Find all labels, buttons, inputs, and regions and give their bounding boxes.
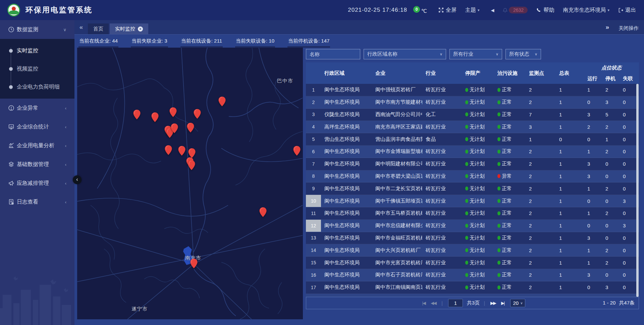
map-pin-icon[interactable] (187, 123, 194, 133)
cell-facility-status-label: 正常 (502, 111, 512, 118)
cell-limit-status-label: 无计划 (470, 185, 485, 192)
notifications-button[interactable]: 2632 (503, 7, 528, 13)
tabs-scroll-left-icon[interactable]: « (74, 23, 88, 34)
table-row[interactable]: 7阆中生态环境局阆中明阳建材有限公司砖瓦行业无计划正常21300 (306, 158, 639, 170)
status-select[interactable]: 所有状态 ∨ (505, 49, 541, 59)
map-pin-icon[interactable] (188, 160, 195, 170)
cell-stopped: 0 (602, 195, 620, 207)
sidebar-item-3[interactable]: 企业用电量分析‹ (0, 136, 74, 155)
next-page-button[interactable]: ▶▶ (490, 301, 496, 306)
submenu-item-1[interactable]: 视频监控 (0, 60, 74, 78)
map-pin-icon[interactable] (190, 259, 198, 269)
industry-select[interactable]: 所有行业 ∨ (449, 49, 502, 59)
cell-company: 阆中市五马桥页岩机砖 (372, 207, 422, 219)
map-pin-icon[interactable] (293, 146, 301, 156)
first-page-button[interactable]: |◀ (422, 301, 425, 306)
sidebar-item-5[interactable]: 应急减排管理‹ (0, 174, 74, 193)
table-row[interactable]: 17阆中生态环境局阆中市江南镇阆南页岩砖瓦行业无计划正常21030 (306, 281, 639, 294)
cell-region: 阆中生态环境局 (321, 195, 372, 207)
submenu-item-0[interactable]: 实时监控 (0, 42, 74, 60)
sidebar-collapse-toggle[interactable]: ‹ (73, 175, 82, 184)
cell-facility-status-label: 正常 (502, 136, 512, 143)
cell-total-meters: 0 (556, 133, 584, 145)
volume-mute-icon[interactable]: ◀ (491, 8, 494, 13)
cell-company: 阆中大兴页岩机砖厂 (372, 244, 422, 256)
table-row[interactable]: 4高坪生态环境局南充市高坪区王家店建砖瓦行业无计划正常31220 (306, 121, 639, 133)
logout-button[interactable]: 退出 (618, 7, 636, 14)
table-row[interactable]: 1阆中生态环境局阆中强锐页岩砖厂砖瓦行业无计划正常21120 (306, 84, 639, 96)
cell-stopped: 0 (602, 269, 620, 281)
sidebar-item-4[interactable]: 基础数据管理‹ (0, 155, 74, 174)
sidebar-item-label: 企业用电量分析 (17, 142, 54, 149)
map-panel[interactable]: 巴中市南充市遂宁市 (77, 48, 303, 319)
close-operations-button[interactable]: 关闭操作 (619, 25, 639, 32)
sidebar-submenu: 实时监控视频监控企业电力负荷明细 (0, 39, 74, 99)
name-search-input[interactable] (306, 49, 360, 59)
cell-region: 营山生态环境局 (321, 133, 372, 145)
tab-realtime-monitor[interactable]: 实时监控 × (110, 23, 148, 34)
table-row[interactable]: 16阆中生态环境局阆中市石子页岩机砖厂砖瓦行业无计划正常21300 (306, 269, 639, 281)
cell-industry: 砖瓦行业 (422, 281, 462, 293)
region-select[interactable]: 行政区域名称 ∨ (364, 49, 446, 59)
cell-facility-status: 正常 (494, 257, 526, 269)
sidebar-item-6[interactable]: 日志查看‹ (0, 193, 74, 211)
page-number-input[interactable]: 1 (448, 299, 463, 307)
table-row[interactable]: 14阆中生态环境局阆中大兴页岩机砖厂砖瓦行业无计划正常21120 (306, 244, 639, 257)
status-dot-icon (465, 248, 468, 252)
map-pin-icon[interactable] (218, 97, 226, 107)
cell-industry: 砖瓦行业 (422, 207, 462, 219)
table-row[interactable]: 10阆中生态环境局阆中千佛镇五郎垭页岩砖瓦行业无计划正常21003 (306, 195, 639, 207)
cell-limit-status: 无计划 (462, 232, 494, 244)
cell-facility-status: 正常 (494, 182, 526, 195)
map-pin-icon[interactable] (171, 123, 178, 133)
table-row[interactable]: 11阆中生态环境局阆中市五马桥页岩机砖砖瓦行业无计划正常21120 (306, 207, 639, 220)
table-row[interactable]: 3仪陇生态环境局西南油气田分公司川中化工无计划正常71350 (306, 109, 639, 121)
fullscreen-button[interactable]: 全屏 (438, 7, 457, 14)
table-row[interactable]: 13阆中生态环境局阆中市金福旺页岩机砖砖瓦行业无计划正常21300 (306, 232, 639, 245)
sidebar-item-1[interactable]: 企业异常‹ (0, 99, 74, 117)
table-row[interactable]: 6阆中生态环境局阆中市金博瑞新型墙材砖瓦行业无计划正常21120 (306, 146, 639, 158)
close-tab-icon[interactable]: × (138, 26, 143, 32)
cell-industry: 砖瓦行业 (422, 232, 462, 244)
page-size-select[interactable]: 20 ∨ (510, 299, 525, 307)
table-row[interactable]: 18南部生态环境局南部县砖华山河有限公建材加工无计划正常60060 (306, 294, 639, 297)
tabs-scroll-right-icon[interactable]: » (605, 23, 609, 34)
map-pin-icon[interactable] (133, 110, 141, 120)
map-pin-icon[interactable] (188, 148, 196, 158)
submenu-item-2[interactable]: 企业电力负荷明细 (0, 78, 74, 96)
map-pin-icon[interactable] (151, 112, 159, 122)
sidebar-item-0[interactable]: 数据监测∨ (0, 20, 74, 39)
table-row[interactable]: 15阆中生态环境局阆中市光富页岩机砖厂砖瓦行业无计划正常21120 (306, 257, 639, 269)
cell-total-meters: 1 (556, 269, 584, 281)
cell-running: 1 (584, 257, 602, 269)
chevron-down-icon: ∨ (63, 27, 66, 32)
tab-home[interactable]: 首页 (88, 23, 109, 34)
table-scrollbar[interactable] (636, 84, 639, 297)
status-dot-icon (465, 236, 468, 240)
last-page-button[interactable]: ▶| (501, 301, 504, 306)
map-pin-icon[interactable] (165, 145, 172, 155)
status-dot-icon (497, 125, 500, 129)
table-row[interactable]: 12阆中生态环境局阆中市忠信建材有限公砖瓦行业无计划正常21003 (306, 220, 639, 232)
row-index: 16 (306, 269, 321, 281)
cell-facility-status: 正常 (494, 195, 526, 207)
table-row[interactable]: 2阆中生态环境局阆中市南方节能建材有砖瓦行业无计划正常21030 (306, 96, 639, 109)
help-button[interactable]: 帮助 (536, 7, 554, 14)
status-dot-icon (465, 137, 468, 141)
map-pin-icon[interactable] (259, 207, 267, 217)
map-pin-icon[interactable] (169, 107, 177, 117)
cell-industry: 砖瓦行业 (422, 170, 462, 182)
cell-industry: 砖瓦行业 (422, 269, 462, 281)
table-row[interactable]: 8阆中生态环境局阆中市枣碧大梁山页岩砖瓦行业无计划异常21300 (306, 170, 639, 183)
stat-item: 当前失联企业: 3 (131, 38, 168, 48)
sidebar-item-2[interactable]: 企业综合统计‹ (0, 117, 74, 136)
map-pin-icon[interactable] (178, 146, 185, 156)
theme-dropdown[interactable]: 主题 ▾ (465, 7, 480, 14)
prev-page-button[interactable]: ◀◀ (431, 301, 436, 306)
table-row[interactable]: 9阆中生态环境局阆中市二龙长宝页岩砖砖瓦行业无计划正常21120 (306, 182, 639, 195)
table-row[interactable]: 5营山生态环境局营山县润丰肉食品有限食品无计划正常10010 (306, 133, 639, 146)
cell-facility-status: 正常 (494, 232, 526, 244)
org-dropdown[interactable]: 南充市生态环境局 ▾ (563, 7, 609, 14)
cell-region: 阆中生态环境局 (321, 281, 372, 293)
map-pin-icon[interactable] (194, 109, 201, 119)
